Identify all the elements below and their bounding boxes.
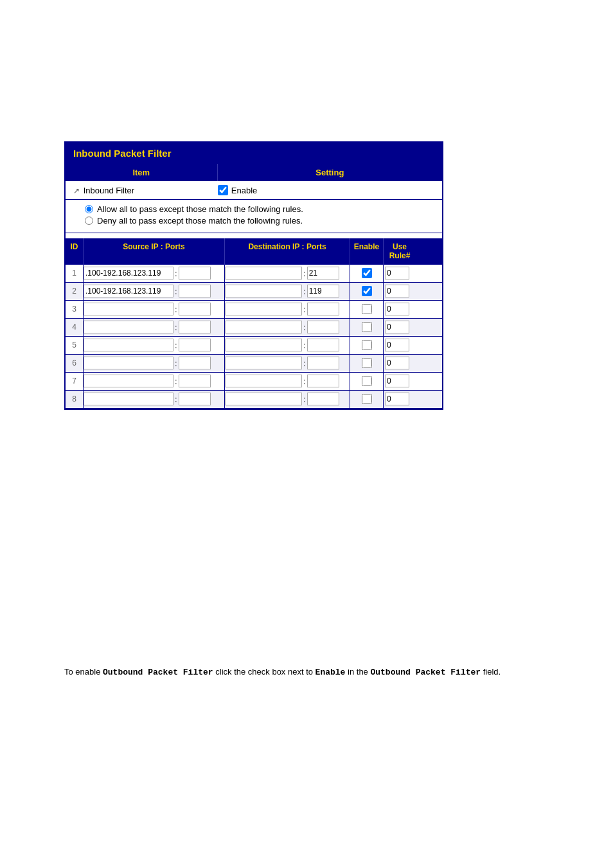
src-separator: : bbox=[173, 394, 179, 404]
src-ip-input[interactable] bbox=[84, 321, 173, 333]
src-port-input[interactable] bbox=[179, 339, 211, 351]
table-row: 6 : : bbox=[66, 355, 442, 373]
table-row: 2 : : bbox=[66, 283, 442, 301]
rule-input[interactable] bbox=[385, 357, 409, 369]
dst-ip-input[interactable] bbox=[225, 267, 302, 279]
rule-input[interactable] bbox=[385, 393, 409, 405]
cell-enable bbox=[350, 355, 384, 372]
row-enable-checkbox[interactable] bbox=[362, 304, 372, 314]
cell-enable bbox=[350, 337, 384, 354]
src-port-input[interactable] bbox=[179, 285, 211, 297]
cell-rule bbox=[384, 319, 416, 335]
row-enable-checkbox[interactable] bbox=[362, 340, 372, 350]
src-port-input[interactable] bbox=[179, 393, 211, 405]
src-ip-input[interactable] bbox=[84, 285, 173, 297]
cell-id: 7 bbox=[66, 373, 84, 390]
dst-port-input[interactable] bbox=[307, 321, 339, 333]
table-row: 1 : : bbox=[66, 265, 442, 283]
cell-id: 4 bbox=[66, 319, 84, 336]
rule-input[interactable] bbox=[385, 321, 409, 333]
cell-enable bbox=[350, 373, 384, 390]
page-container: Inbound Packet Filter Item Setting ↗ Inb… bbox=[13, 13, 613, 868]
row-enable-checkbox[interactable] bbox=[362, 268, 372, 278]
src-ip-input[interactable] bbox=[84, 339, 173, 351]
col-header-src: Source IP : Ports bbox=[84, 238, 225, 265]
src-separator: : bbox=[173, 341, 179, 350]
table-row: 7 : : bbox=[66, 373, 442, 391]
src-port-input[interactable] bbox=[179, 321, 211, 333]
cell-rule bbox=[384, 391, 416, 407]
dst-port-input[interactable] bbox=[307, 303, 339, 315]
dst-port-input[interactable] bbox=[307, 285, 339, 297]
src-ip-input[interactable] bbox=[84, 267, 173, 279]
table-row: 5 : : bbox=[66, 337, 442, 355]
cell-src: : bbox=[84, 355, 225, 372]
filter-label: ↗ Inbound Filter bbox=[73, 186, 218, 195]
src-port-input[interactable] bbox=[179, 303, 211, 315]
dst-separator: : bbox=[302, 305, 307, 314]
dst-port-input[interactable] bbox=[307, 339, 339, 351]
table-row: 4 : : bbox=[66, 319, 442, 337]
rule-input[interactable] bbox=[385, 375, 409, 387]
cell-rule bbox=[384, 373, 416, 389]
table-row: 3 : : bbox=[66, 301, 442, 319]
cell-dst: : bbox=[225, 355, 350, 372]
cell-src: : bbox=[84, 373, 225, 390]
src-port-input[interactable] bbox=[179, 267, 211, 279]
dst-separator: : bbox=[302, 341, 307, 350]
cell-dst: : bbox=[225, 319, 350, 336]
item-setting-header: Item Setting bbox=[66, 164, 442, 181]
row-enable-checkbox[interactable] bbox=[362, 286, 372, 296]
src-ip-input[interactable] bbox=[84, 393, 173, 405]
src-separator: : bbox=[173, 323, 179, 332]
src-port-input[interactable] bbox=[179, 357, 211, 369]
dst-ip-input[interactable] bbox=[225, 357, 302, 369]
cell-src: : bbox=[84, 391, 225, 408]
cell-rule bbox=[384, 337, 416, 353]
dst-port-input[interactable] bbox=[307, 393, 339, 405]
dst-ip-input[interactable] bbox=[225, 375, 302, 387]
rule-input[interactable] bbox=[385, 285, 409, 297]
src-port-input[interactable] bbox=[179, 375, 211, 387]
dst-ip-input[interactable] bbox=[225, 303, 302, 315]
row-enable-checkbox[interactable] bbox=[362, 394, 372, 404]
cell-src: : bbox=[84, 319, 225, 336]
cell-id: 2 bbox=[66, 283, 84, 300]
dst-port-input[interactable] bbox=[307, 375, 339, 387]
radio-allow[interactable] bbox=[85, 205, 93, 213]
dst-ip-input[interactable] bbox=[225, 339, 302, 351]
cell-enable bbox=[350, 283, 384, 300]
item-column-header: Item bbox=[66, 164, 218, 181]
cell-enable bbox=[350, 301, 384, 318]
src-ip-input[interactable] bbox=[84, 357, 173, 369]
dst-ip-input[interactable] bbox=[225, 393, 302, 405]
rule-input[interactable] bbox=[385, 339, 409, 351]
table-body: 1 : : 2 : bbox=[66, 265, 442, 409]
src-separator: : bbox=[173, 287, 179, 296]
dst-port-input[interactable] bbox=[307, 267, 339, 279]
radio-group: Allow all to pass except those match the… bbox=[66, 200, 442, 233]
cell-enable bbox=[350, 265, 384, 282]
panel-title-text: Inbound Packet Filter bbox=[73, 148, 172, 159]
rule-input[interactable] bbox=[385, 303, 409, 315]
src-separator: : bbox=[173, 359, 179, 368]
cell-dst: : bbox=[225, 337, 350, 354]
src-ip-input[interactable] bbox=[84, 303, 173, 315]
rule-input[interactable] bbox=[385, 267, 409, 279]
src-ip-input[interactable] bbox=[84, 375, 173, 387]
inbound-packet-filter-panel: Inbound Packet Filter Item Setting ↗ Inb… bbox=[64, 141, 443, 410]
cell-rule bbox=[384, 265, 416, 281]
row-enable-checkbox[interactable] bbox=[362, 322, 372, 332]
dst-ip-input[interactable] bbox=[225, 321, 302, 333]
row-enable-checkbox[interactable] bbox=[362, 358, 372, 368]
dst-separator: : bbox=[302, 323, 307, 332]
dst-ip-input[interactable] bbox=[225, 285, 302, 297]
enable-checkbox[interactable] bbox=[218, 185, 228, 195]
row-enable-checkbox[interactable] bbox=[362, 376, 372, 386]
dst-port-input[interactable] bbox=[307, 357, 339, 369]
cell-id: 3 bbox=[66, 301, 84, 318]
cell-dst: : bbox=[225, 265, 350, 282]
cell-dst: : bbox=[225, 283, 350, 300]
radio-deny[interactable] bbox=[85, 217, 93, 225]
col-header-rule: Use Rule# bbox=[384, 238, 416, 265]
